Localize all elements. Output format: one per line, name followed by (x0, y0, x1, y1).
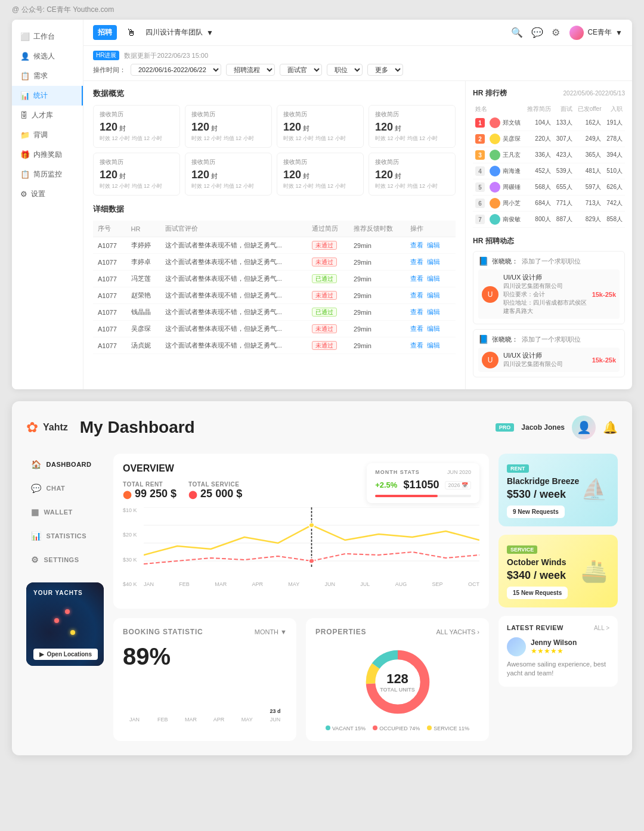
hr-process-filter[interactable]: 招聘流程 (226, 64, 275, 76)
message-icon[interactable]: 💬 (531, 27, 543, 38)
reviewer-avatar (507, 637, 526, 656)
yacht-sidebar-item-statistics[interactable]: 📊 STATISTICS (26, 525, 104, 547)
wallet-icon: ▦ (31, 507, 39, 517)
booking-bars: JAN FEB MAR (123, 675, 287, 723)
yacht-header: ✿ Yahtz My Dashboard PRO Jacob Jones 👤 🔔 (26, 415, 618, 439)
ranking-row: 5 周碾锤 568人 655人 597人 626人 (473, 179, 625, 196)
hr-activity-section: HR 招聘动态 📘 张晓晓： 添加了一个求职职位 U UI/UX 设计师 (473, 236, 625, 377)
yacht-sidebar-item-settings[interactable]: ⚙ SETTINGS (26, 549, 104, 570)
stats-icon: 📊 (20, 91, 30, 100)
hr-user-menu[interactable]: CE青年 ▼ (569, 26, 623, 40)
ranking-table: 姓名 推荐简历 面试 已发offer 入职 1 (473, 103, 625, 228)
yacht-panel: ✿ Yahtz My Dashboard PRO Jacob Jones 👤 🔔… (12, 401, 632, 755)
yacht-user-info: Jacob Jones (521, 423, 565, 432)
hr-position-filter[interactable]: 职位 (327, 64, 363, 76)
pro-badge: PRO (496, 423, 515, 432)
sidebar-item-workbench[interactable]: ⬜ 工作台 (12, 27, 83, 46)
sidebar-item-candidates[interactable]: 👤 候选人 (12, 46, 83, 66)
review-text: Awesome sailing experience, best yacht a… (507, 660, 609, 678)
ranking-row: 1 郑文镇 104人 133人 162人 191人 (473, 115, 625, 131)
hr-more-filter[interactable]: 更多 (367, 64, 403, 76)
sidebar-item-background[interactable]: 📁 背调 (12, 125, 83, 145)
service-requests-button[interactable]: 15 New Requests (507, 587, 568, 599)
ranking-row: 7 南俊敏 800人 887人 829人 858人 (473, 212, 625, 228)
reviewer-name: Jenny Wilson (531, 638, 577, 647)
data-card-1: 接收简历 120 封 时效 12 小时 均值 12 小时 (93, 105, 180, 148)
month-stats-card: MONTH STATS JUN 2020 +2.5% $11050 2026 📅 (367, 463, 479, 503)
yacht-right-panel: RENT Blackridge Breeze $530 / week 9 New… (499, 454, 618, 741)
activity-job-card: U UI/UX 设计师 四川设艺集团有限公司 15k-25k (478, 348, 620, 372)
chat-icon: 💬 (31, 483, 42, 493)
hr-time-filter[interactable]: 2022/06/16-2022/06/22 (131, 64, 221, 76)
chevron-down-icon: ▼ (206, 29, 213, 37)
hr-nav-icons: 🔍 💬 ⚙ (511, 27, 560, 38)
ranking-header: HR 排行榜 2022/05/06-2022/05/13 (473, 88, 625, 98)
overview-chart-container: $40 K $30 K $20 K $10 K (123, 507, 479, 599)
data-card-6: 接收简历 120 封 时效 12 小时 均值 12 小时 (185, 153, 272, 196)
activity-item: 📘 张晓晓： 添加了一个求职职位 U UI/UX 设计师 四川设艺集团有限公司 … (473, 251, 625, 324)
booking-card: BOOKING STATISTIC MONTH ▼ 89% JAN (113, 618, 296, 741)
rent-requests-button[interactable]: 9 New Requests (507, 506, 565, 518)
properties-filter[interactable]: ALL YACHTS › (436, 628, 479, 635)
hr-sidebar: ⬜ 工作台 👤 候选人 📋 需求 📊 统计 🗄 人才库 📁 背调 🎁 内推奖励 (12, 20, 83, 389)
bar-jun: 23 d JUN (264, 708, 287, 723)
rent-badge: RENT (507, 464, 529, 473)
x-axis-labels: JAN FEB MAR APR MAY JUN JUL AUG SEP OCT (144, 581, 479, 587)
hr-section-badge: HR进展 (93, 51, 119, 60)
data-card-3: 接收简历 120 封 时效 12 小时 均值 12 小时 (277, 105, 364, 148)
total-service-stat: TOTAL SERVICE ⬤ 25 000 $ (188, 481, 242, 500)
hr-topnav: 招聘 🖱 四川设计青年团队 ▼ 🔍 💬 ⚙ CE青年 ▼ (83, 20, 632, 46)
ranking-row: 2 吴彦琛 220人 307人 249人 278人 (473, 131, 625, 147)
sidebar-item-resume-monitor[interactable]: 📋 简历监控 (12, 165, 83, 184)
yacht-page-title: My Dashboard (80, 418, 496, 437)
detail-section-title: 详细数据 (93, 204, 456, 215)
sidebar-item-stats[interactable]: 📊 统计 (12, 86, 83, 106)
hr-header-bar: HR进展 数据更新于2022/06/23 15:00 操作时间： 2022/06… (83, 46, 632, 81)
hr-page-title: HR进展 数据更新于2022/06/23 15:00 (93, 51, 623, 60)
yacht-body: 🏠 DASHBOARD 💬 CHAT ▦ WALLET 📊 STATISTICS… (26, 454, 618, 741)
yacht-sidebar-item-dashboard[interactable]: 🏠 DASHBOARD (26, 454, 104, 475)
hr-interviewer-filter[interactable]: 面试官 (280, 64, 322, 76)
company-logo: U (482, 352, 499, 368)
yacht-sidebar-item-wallet[interactable]: ▦ WALLET (26, 501, 104, 523)
settings-nav-icon[interactable]: ⚙ (552, 27, 560, 38)
overview-section-title: 数据概览 (93, 88, 456, 99)
bar-feb: FEB (151, 714, 174, 723)
ranking-row: 4 南海逢 452人 539人 481人 510人 (473, 163, 625, 179)
svg-point-5 (309, 523, 314, 528)
occupied-legend-dot (373, 725, 377, 730)
data-card-4: 接收简历 120 封 时效 12 小时 均值 12 小时 (369, 105, 456, 148)
sidebar-item-settings[interactable]: ⚙ 设置 (12, 184, 83, 204)
booking-month-filter[interactable]: MONTH ▼ (255, 628, 287, 635)
sidebar-item-talent[interactable]: 🗄 人才库 (12, 106, 83, 125)
table-row: A1077 钱晶晶 这个面试者整体表现不错，但缺乏勇气... 已通过 29min… (93, 304, 456, 321)
bar-may: MAY (236, 714, 259, 723)
donut-legend: VACANT 15% OCCUPIED 74% SERVICE 11% (326, 725, 469, 731)
ranking-row: 6 周小芝 684人 771人 713人 742人 (473, 196, 625, 212)
search-icon[interactable]: 🔍 (511, 27, 523, 38)
settings-icon: ⚙ (20, 190, 27, 199)
hr-body: 数据概览 接收简历 120 封 时效 12 小时 均值 12 小时 接收简历 1… (83, 81, 632, 389)
chart-svg (144, 507, 479, 579)
bar-jan: JAN (123, 714, 146, 723)
hr-logo: 招聘 (93, 25, 117, 40)
company-logo: U (482, 286, 499, 303)
hr-brand-selector[interactable]: 四川设计青年团队 ▼ (145, 27, 213, 38)
table-row: A1077 李婷婷 这个面试者整体表现不错，但缺乏勇气... 未通过 29min… (93, 237, 456, 254)
hr-left-panel: 数据概览 接收简历 120 封 时效 12 小时 均值 12 小时 接收简历 1… (83, 81, 465, 389)
candidates-icon: 👤 (20, 52, 30, 61)
table-row: A1077 汤贞妮 这个面试者整体表现不错，但缺乏勇气... 未通过 29min… (93, 337, 456, 354)
svg-point-6 (309, 559, 314, 563)
total-rent-stat: TOTAL RENT ⬤ 99 250 $ (123, 481, 177, 500)
bell-icon[interactable]: 🔔 (603, 420, 618, 435)
background-icon: 📁 (20, 131, 30, 139)
detail-table: 序号 HR 面试官评价 通过简历 推荐反馈时数 操作 A1077 李婷婷 这个面 (93, 221, 456, 354)
sidebar-item-requirements[interactable]: 📋 需求 (12, 66, 83, 86)
hr-filter-bar: 操作时间： 2022/06/16-2022/06/22 招聘流程 面试官 职位 … (93, 64, 623, 76)
yacht-sidebar-item-chat[interactable]: 💬 CHAT (26, 477, 104, 499)
month-date-selector[interactable]: 2026 📅 (445, 481, 471, 489)
review-all-link[interactable]: ALL > (594, 625, 609, 631)
data-card-8: 接收简历 120 封 时效 12 小时 均值 12 小时 (369, 153, 456, 196)
open-locations-button[interactable]: ▶ Open Locations (33, 649, 98, 660)
sidebar-item-referral[interactable]: 🎁 内推奖励 (12, 145, 83, 165)
